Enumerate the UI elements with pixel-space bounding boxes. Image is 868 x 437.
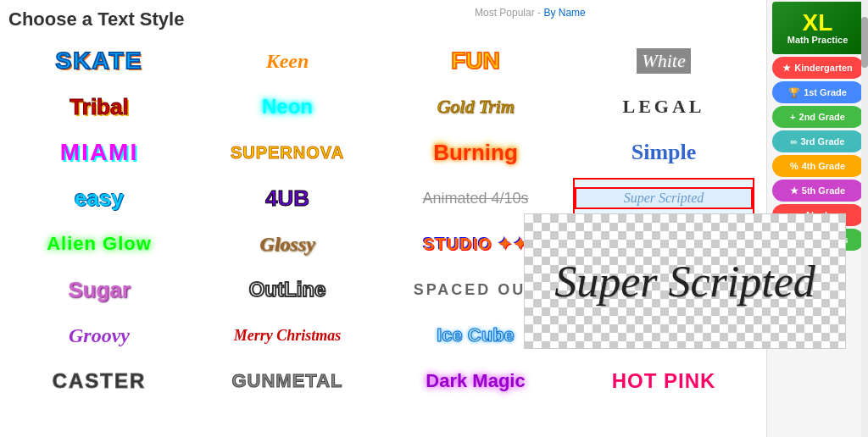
style-item-outline[interactable]: OutLine [197, 269, 378, 310]
style-label-groovy: Groovy [69, 324, 130, 347]
style-label-icecube: Ice Cube [437, 324, 515, 346]
style-label-animated: Animated 4/10s [422, 190, 528, 207]
style-item-darkmagic[interactable]: Dark Magic [385, 361, 566, 401]
style-label-outline: OutLine [249, 278, 326, 301]
math-title-label: Math Practice [787, 35, 849, 45]
style-label-4ub: 4UB [265, 185, 309, 212]
style-label-spacedout: SPACED OUT [414, 281, 538, 299]
page-title: Choose a Text Style [8, 8, 758, 30]
style-label-superscripted: Super Scripted [575, 187, 753, 209]
style-item-easy[interactable]: easy [8, 178, 190, 218]
style-item-neon[interactable]: Neon [197, 86, 378, 127]
style-label-gunmetal: GUNMETAL [231, 370, 342, 392]
style-label-easy: easy [75, 185, 124, 212]
main-container: Choose a Text Style Most Popular - By Na… [0, 0, 868, 437]
style-item-legal[interactable]: LEGAL [573, 86, 754, 127]
style-item-sugar[interactable]: Sugar [8, 269, 190, 310]
style-label-caster: CASTER [53, 369, 147, 393]
style-item-fun[interactable]: FUN [385, 41, 566, 81]
grade-icon-grade5: ★ [790, 185, 798, 196]
grade-label-grade2: 2nd Grade [799, 112, 845, 122]
grade-btn-grade1[interactable]: 🏆1st Grade [772, 81, 864, 103]
sort-by-name-link[interactable]: By Name [543, 7, 585, 19]
style-label-darkmagic: Dark Magic [426, 370, 525, 392]
style-label-studio: STUDIO ✦✦ [423, 234, 528, 254]
style-label-simple: Simple [632, 140, 697, 165]
grade-btn-grade5[interactable]: ★5th Grade [772, 180, 864, 202]
grade-icon-grade3: ∞ [791, 136, 798, 147]
style-label-hotpink: HOT PINK [612, 369, 716, 393]
grade-label-grade4: 4th Grade [802, 161, 845, 171]
style-label-alienglow: Alien Glow [47, 233, 152, 255]
style-label-merrychristmas: Merry Christmas [234, 327, 342, 345]
style-item-simple[interactable]: Simple [573, 132, 754, 173]
style-item-groovy[interactable]: Groovy [8, 315, 190, 356]
style-label-white: White [637, 48, 690, 74]
style-label-supernova: SUPERNOVA [231, 143, 344, 163]
style-label-miami: MIAMI [60, 139, 138, 166]
preview-text: Super Scripted [554, 257, 815, 307]
style-item-white[interactable]: White [573, 41, 754, 81]
style-label-neon: Neon [262, 95, 313, 119]
style-item-tribal[interactable]: Tribal [8, 86, 190, 127]
style-item-merrychristmas[interactable]: Merry Christmas [197, 315, 378, 356]
style-item-animated[interactable]: Animated 4/10s [385, 178, 566, 218]
grade-label-grade1: 1st Grade [804, 87, 847, 97]
style-label-goldtrim: Gold Trim [437, 96, 514, 118]
style-item-alienglow[interactable]: Alien Glow [8, 224, 190, 264]
style-item-superscripted[interactable]: Super Scripted [573, 178, 754, 218]
scrollbar[interactable] [861, 0, 868, 437]
math-xl-label: XL [803, 11, 833, 35]
style-item-keen[interactable]: Keen [197, 41, 378, 81]
grade-icon-grade4: % [790, 161, 798, 171]
style-item-glossy[interactable]: Glossy [197, 224, 378, 264]
style-item-supernova[interactable]: SUPERNOVA [197, 132, 378, 173]
grade-btn-grade4[interactable]: %4th Grade [772, 155, 864, 177]
style-item-burning[interactable]: Burning [385, 132, 566, 173]
grade-label-kindergarten: Kindergarten [794, 63, 852, 73]
math-banner[interactable]: XL Math Practice [772, 2, 864, 54]
style-item-skate[interactable]: SKATE [8, 41, 190, 81]
style-item-goldtrim[interactable]: Gold Trim [385, 86, 566, 127]
style-label-glossy: Glossy [259, 233, 314, 256]
style-label-skate: SKATE [56, 47, 143, 75]
grade-icon-grade1: 🏆 [788, 87, 800, 98]
style-item-miami[interactable]: MIAMI [8, 132, 190, 173]
style-item-4ub[interactable]: 4UB [197, 178, 378, 218]
style-label-keen: Keen [266, 50, 309, 73]
grade-btn-kindergarten[interactable]: ★Kindergarten [772, 57, 864, 79]
style-label-fun: FUN [451, 47, 500, 75]
style-item-gunmetal[interactable]: GUNMETAL [197, 361, 378, 401]
sort-popular-label: Most Popular [475, 7, 535, 19]
grade-label-grade5: 5th Grade [802, 185, 845, 196]
style-item-caster[interactable]: CASTER [8, 361, 190, 401]
preview-popup: Super Scripted [524, 213, 846, 349]
style-label-sugar: Sugar [68, 277, 131, 303]
grade-btn-grade3[interactable]: ∞3rd Grade [772, 130, 864, 152]
style-label-legal: LEGAL [622, 96, 704, 118]
style-label-burning: Burning [433, 140, 518, 166]
grade-btn-grade2[interactable]: +2nd Grade [772, 106, 864, 128]
grade-icon-kindergarten: ★ [782, 63, 791, 74]
scrollbar-thumb[interactable] [861, 17, 868, 68]
grade-label-grade3: 3rd Grade [800, 136, 844, 147]
grade-icon-grade2: + [790, 112, 795, 122]
sort-bar: Most Popular - By Name [475, 7, 586, 19]
style-item-hotpink[interactable]: HOT PINK [573, 361, 754, 401]
style-label-tribal: Tribal [70, 94, 128, 120]
